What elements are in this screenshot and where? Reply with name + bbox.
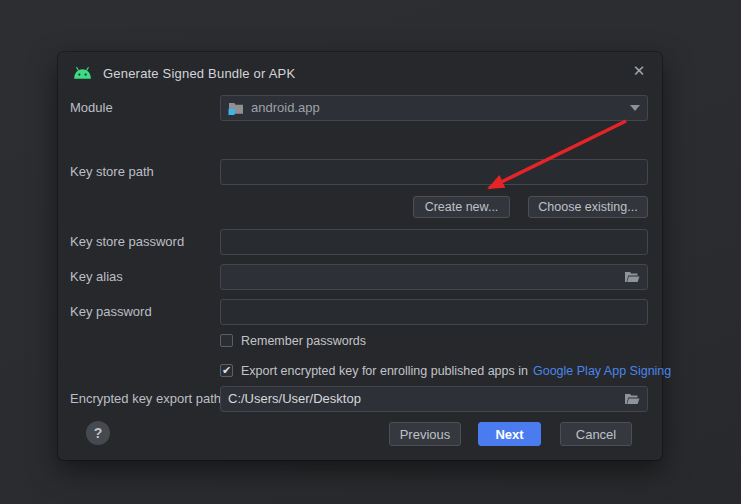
export-encrypted-key-label: Export encrypted key for enrolling publi… bbox=[241, 364, 528, 378]
key-store-password-input[interactable] bbox=[220, 229, 648, 255]
help-button[interactable]: ? bbox=[86, 421, 110, 445]
encrypted-key-export-path-label: Encrypted key export path bbox=[70, 386, 221, 412]
key-alias-browse-button[interactable] bbox=[624, 271, 640, 283]
key-store-path-label: Key store path bbox=[70, 159, 154, 185]
key-alias-input[interactable] bbox=[220, 264, 648, 290]
encrypted-key-export-path-input[interactable]: C:/Users/User/Desktop bbox=[220, 386, 648, 412]
generate-signed-bundle-dialog: Generate Signed Bundle or APK ✕ Module a… bbox=[58, 52, 662, 460]
export-encrypted-key-row: ✔ Export encrypted key for enrolling pub… bbox=[220, 363, 671, 378]
key-store-password-label: Key store password bbox=[70, 229, 184, 255]
key-alias-label: Key alias bbox=[70, 264, 123, 290]
dialog-header: Generate Signed Bundle or APK bbox=[72, 63, 295, 83]
dialog-title: Generate Signed Bundle or APK bbox=[103, 66, 295, 81]
key-password-input[interactable] bbox=[220, 299, 648, 325]
remember-passwords-row: Remember passwords bbox=[220, 333, 366, 348]
export-encrypted-key-checkbox[interactable]: ✔ bbox=[220, 364, 233, 377]
android-icon bbox=[72, 66, 93, 80]
remember-passwords-checkbox[interactable] bbox=[220, 334, 233, 347]
previous-button[interactable]: Previous bbox=[389, 422, 461, 446]
folder-open-icon bbox=[624, 271, 640, 283]
module-select[interactable]: android.app bbox=[220, 95, 648, 121]
module-label: Module bbox=[70, 95, 113, 121]
choose-existing-button[interactable]: Choose existing... bbox=[528, 196, 648, 218]
encrypted-key-export-path-value: C:/Users/User/Desktop bbox=[228, 387, 617, 411]
export-path-browse-button[interactable] bbox=[624, 393, 640, 405]
key-store-path-input[interactable] bbox=[220, 159, 648, 185]
folder-open-icon bbox=[624, 393, 640, 405]
next-button[interactable]: Next bbox=[478, 422, 541, 446]
google-play-app-signing-link[interactable]: Google Play App Signing bbox=[533, 364, 671, 378]
cancel-button[interactable]: Cancel bbox=[560, 422, 632, 446]
remember-passwords-label: Remember passwords bbox=[241, 334, 366, 348]
module-value: android.app bbox=[251, 96, 623, 120]
close-icon[interactable]: ✕ bbox=[628, 60, 650, 82]
create-new-button[interactable]: Create new... bbox=[413, 196, 510, 218]
module-folder-icon bbox=[228, 101, 244, 115]
chevron-down-icon[interactable] bbox=[630, 105, 640, 111]
key-password-label: Key password bbox=[70, 299, 152, 325]
